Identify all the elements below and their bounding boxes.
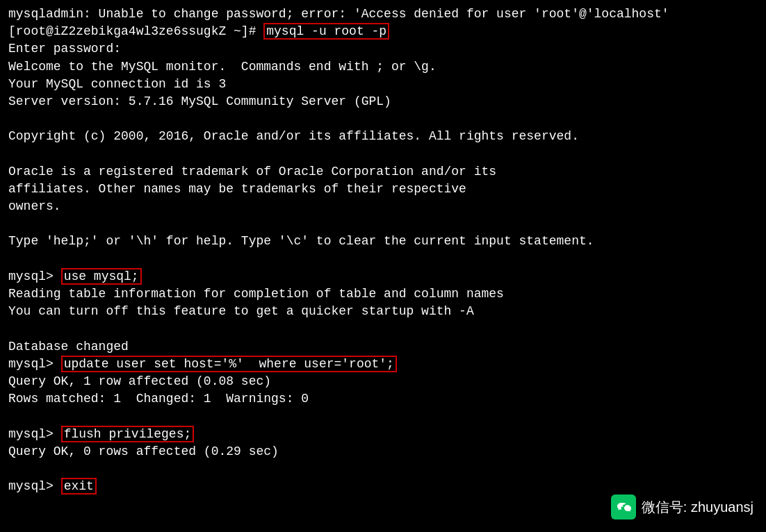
terminal-line [8,460,758,478]
command-highlight: use mysql; [61,268,142,285]
terminal-line [8,320,758,338]
terminal-line-cmd: mysql> update user set host='%' where us… [8,356,758,373]
prompt: mysql> [8,479,61,493]
terminal-line: Welcome to the MySQL monitor. Commands e… [8,58,758,76]
terminal-line: Copyright (c) 2000, 2016, Oracle and/or … [8,128,758,145]
terminal-line: Enter password: [8,40,758,58]
terminal-line: owners. [8,198,758,215]
terminal-line [8,110,758,128]
terminal-line: Query OK, 1 row affected (0.08 sec) [8,373,758,390]
command-highlight: mysql -u root -p [263,23,389,40]
terminal-line-cmd: mysql> flush privileges; [8,426,758,443]
command-highlight: exit [61,478,97,494]
command-highlight: flush privileges; [61,426,195,442]
terminal-line: affiliates. Other names may be trademark… [8,181,758,198]
terminal-line-cmd: mysql> use mysql; [8,268,758,285]
terminal-line: You can turn off this feature to get a q… [8,303,758,320]
watermark: 微信号: zhuyuansj [611,494,753,519]
terminal-line [8,146,758,163]
terminal-window: mysqladmin: Unable to change password; e… [0,0,766,532]
terminal-line [8,251,758,268]
wechat-icon [611,494,636,519]
terminal-line: Your MySQL connection id is 3 [8,76,758,93]
terminal-line: Database changed [8,338,758,356]
svg-point-0 [619,506,621,507]
svg-point-2 [626,508,628,509]
terminal-line: Type 'help;' or '\h' for help. Type '\c'… [8,233,758,250]
terminal-line: Reading table information for completion… [8,285,758,303]
terminal-line: mysqladmin: Unable to change password; e… [8,6,758,23]
prompt: [root@iZ2zebikga4wl3ze6ssugkZ ~]# [8,24,263,38]
prompt: mysql> [8,269,61,283]
prompt: mysql> [8,427,61,441]
terminal-line-cmd: [root@iZ2zebikga4wl3ze6ssugkZ ~]# mysql … [8,23,758,40]
terminal-line: Rows matched: 1 Changed: 1 Warnings: 0 [8,390,758,408]
terminal-line: Query OK, 0 rows affected (0.29 sec) [8,443,758,460]
terminal-line [8,408,758,425]
terminal-line-cmd: mysql> exit [8,478,758,495]
terminal-line: Server version: 5.7.16 MySQL Community S… [8,93,758,110]
watermark-label: 微信号: zhuyuansj [642,497,753,517]
terminal-line: Oracle is a registered trademark of Orac… [8,163,758,181]
svg-point-1 [621,506,623,507]
prompt: mysql> [8,357,61,371]
command-highlight: update user set host='%' where user='roo… [61,356,397,372]
svg-point-3 [628,508,630,509]
terminal-line [8,215,758,233]
